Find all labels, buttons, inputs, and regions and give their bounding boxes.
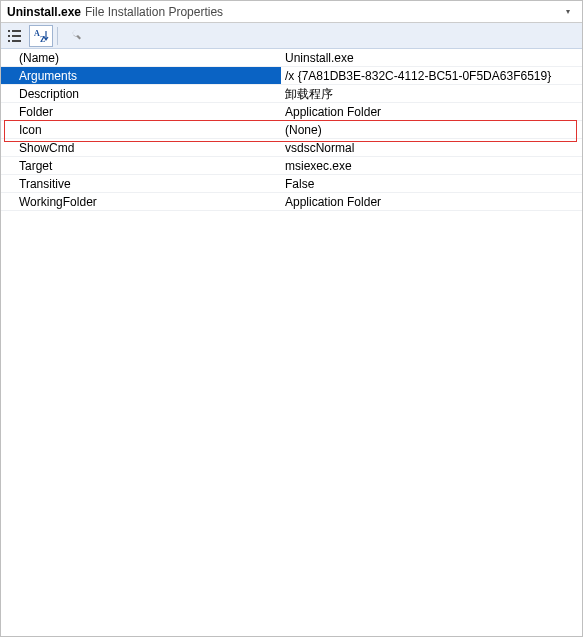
- property-row[interactable]: Targetmsiexec.exe: [1, 157, 582, 175]
- property-value[interactable]: [281, 67, 582, 84]
- property-value[interactable]: False: [281, 175, 582, 192]
- property-value[interactable]: (None): [281, 121, 582, 138]
- property-grid[interactable]: (Name)Uninstall.exeArgumentsDescription卸…: [1, 49, 582, 211]
- property-pages-button[interactable]: [62, 25, 86, 47]
- property-name: Target: [1, 157, 281, 174]
- alphabetical-button[interactable]: A Z: [29, 25, 53, 47]
- toolbar-separator: [57, 27, 58, 45]
- property-row[interactable]: (Name)Uninstall.exe: [1, 49, 582, 67]
- title-object: Uninstall.exe: [7, 1, 81, 23]
- object-selector-dropdown[interactable]: ▾: [560, 1, 576, 23]
- svg-rect-2: [8, 35, 10, 37]
- property-value[interactable]: msiexec.exe: [281, 157, 582, 174]
- property-name: Folder: [1, 103, 281, 120]
- property-row[interactable]: ShowCmdvsdscNormal: [1, 139, 582, 157]
- property-value[interactable]: Application Folder: [281, 193, 582, 210]
- wrench-icon: [66, 28, 82, 44]
- property-row[interactable]: Arguments: [1, 67, 582, 85]
- property-value[interactable]: Uninstall.exe: [281, 49, 582, 66]
- svg-rect-0: [8, 30, 10, 32]
- svg-rect-4: [8, 40, 10, 42]
- property-row[interactable]: Description卸载程序: [1, 85, 582, 103]
- property-value-input[interactable]: [285, 68, 582, 85]
- property-name: (Name): [1, 49, 281, 66]
- property-name: Transitive: [1, 175, 281, 192]
- property-name: WorkingFolder: [1, 193, 281, 210]
- titlebar: Uninstall.exe File Installation Properti…: [1, 1, 582, 23]
- property-value[interactable]: 卸载程序: [281, 85, 582, 102]
- svg-rect-3: [12, 35, 21, 37]
- property-row[interactable]: FolderApplication Folder: [1, 103, 582, 121]
- property-row[interactable]: TransitiveFalse: [1, 175, 582, 193]
- properties-panel: Uninstall.exe File Installation Properti…: [0, 0, 583, 637]
- property-name: ShowCmd: [1, 139, 281, 156]
- property-value[interactable]: vsdscNormal: [281, 139, 582, 156]
- property-name: Description: [1, 85, 281, 102]
- svg-rect-5: [12, 40, 21, 42]
- toolbar: A Z: [1, 23, 582, 49]
- property-row[interactable]: WorkingFolderApplication Folder: [1, 193, 582, 211]
- grid-wrap: (Name)Uninstall.exeArgumentsDescription卸…: [1, 49, 582, 211]
- property-row[interactable]: Icon(None): [1, 121, 582, 139]
- property-value[interactable]: Application Folder: [281, 103, 582, 120]
- svg-text:Z: Z: [40, 35, 45, 44]
- property-name: Icon: [1, 121, 281, 138]
- property-name: Arguments: [1, 67, 281, 84]
- categorized-button[interactable]: [3, 25, 27, 47]
- svg-rect-1: [12, 30, 21, 32]
- title-label: File Installation Properties: [85, 1, 223, 23]
- alphabetical-icon: A Z: [33, 28, 49, 44]
- categorized-icon: [7, 28, 23, 44]
